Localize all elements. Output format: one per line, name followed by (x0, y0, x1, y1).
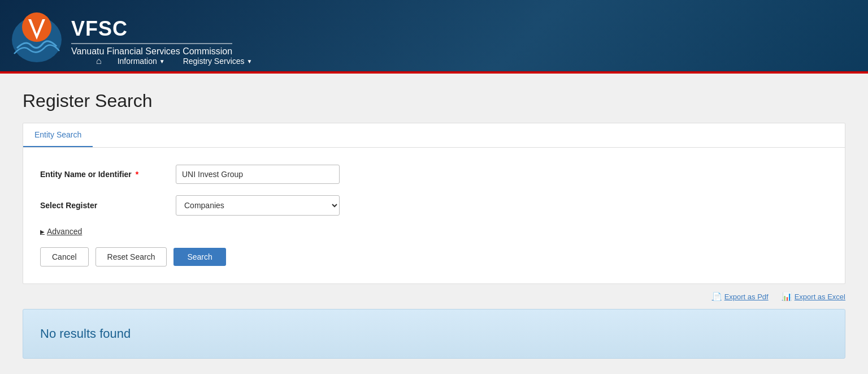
advanced-label: Advanced (47, 227, 82, 236)
nav-registry-chevron: ▼ (247, 58, 253, 65)
nav-registry-services[interactable]: Registry Services ▼ (175, 53, 261, 69)
search-card: Entity Search Entity Name or Identifier … (23, 123, 845, 284)
select-register-label: Select Register (40, 201, 176, 210)
advanced-arrow-icon: ▶ (40, 229, 45, 235)
brand-text: VFSC Vanuatu Financial Services Commissi… (71, 17, 232, 57)
form-body: Entity Name or Identifier * Select Regis… (23, 148, 845, 283)
home-nav-button[interactable]: ⌂ (90, 54, 107, 68)
entity-name-row: Entity Name or Identifier * (40, 165, 828, 184)
nav-information-label: Information (118, 57, 157, 66)
main-nav: ⌂ Information ▼ Registry Services ▼ (90, 53, 260, 69)
select-register-row: Select Register Companies Partnerships B… (40, 195, 828, 216)
required-asterisk: * (136, 170, 138, 179)
entity-name-input[interactable] (176, 165, 340, 184)
nav-information[interactable]: Information ▼ (110, 53, 173, 69)
logo-icon (11, 11, 62, 62)
main-content: Register Search Entity Search Entity Nam… (0, 74, 868, 374)
search-button[interactable]: Search (173, 248, 225, 266)
nav-information-chevron: ▼ (159, 58, 165, 65)
select-register-dropdown[interactable]: Companies Partnerships Business Names Tr… (176, 195, 340, 216)
no-results-box: No results found (23, 309, 845, 359)
org-name: VFSC (71, 17, 232, 41)
reset-search-button[interactable]: Reset Search (96, 247, 167, 266)
no-results-text: No results found (40, 326, 131, 341)
home-icon: ⌂ (96, 56, 102, 66)
excel-icon: 📊 (782, 292, 792, 301)
pdf-icon: 📄 (712, 292, 722, 301)
export-pdf-link[interactable]: 📄 Export as Pdf (712, 292, 769, 301)
site-header: VFSC Vanuatu Financial Services Commissi… (0, 0, 868, 74)
export-excel-link[interactable]: 📊 Export as Excel (782, 292, 845, 301)
export-excel-label: Export as Excel (795, 293, 845, 301)
advanced-toggle[interactable]: ▶ Advanced (40, 227, 828, 236)
export-bar: 📄 Export as Pdf 📊 Export as Excel (23, 284, 845, 309)
entity-name-label: Entity Name or Identifier * (40, 170, 176, 179)
tabs-bar: Entity Search (23, 123, 845, 148)
nav-registry-services-label: Registry Services (183, 57, 245, 66)
tab-entity-search[interactable]: Entity Search (23, 123, 93, 147)
export-pdf-label: Export as Pdf (724, 293, 769, 301)
cancel-button[interactable]: Cancel (40, 247, 89, 266)
page-title: Register Search (23, 91, 845, 111)
form-buttons: Cancel Reset Search Search (40, 247, 828, 266)
advanced-section: ▶ Advanced (40, 227, 828, 236)
